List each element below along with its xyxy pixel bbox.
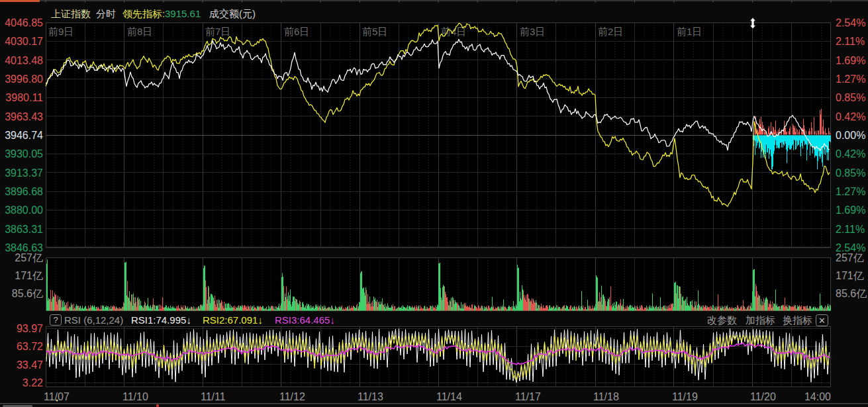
svg-text:前5日: 前5日 [362, 26, 387, 37]
svg-text:11/13: 11/13 [358, 391, 383, 402]
svg-text:63.72: 63.72 [17, 341, 43, 352]
svg-text:2.11%: 2.11% [836, 36, 865, 47]
svg-text:257亿: 257亿 [15, 252, 43, 263]
svg-text:11/19: 11/19 [672, 391, 698, 402]
svg-text:分时: 分时 [96, 8, 116, 19]
svg-text:3913.37: 3913.37 [5, 167, 43, 179]
svg-text:3880.00: 3880.00 [5, 204, 43, 216]
svg-text:成交额(元): 成交额(元) [209, 8, 256, 19]
svg-text:前7日: 前7日 [205, 26, 230, 37]
svg-text:0.42%: 0.42% [836, 148, 865, 159]
svg-text:0.85%: 0.85% [836, 167, 865, 179]
svg-text:改参数: 改参数 [707, 314, 737, 326]
svg-text:3863.31: 3863.31 [5, 224, 43, 235]
svg-text:11/20: 11/20 [750, 391, 776, 402]
svg-text:3.22: 3.22 [23, 377, 43, 388]
svg-text:RSI3:64.465↓: RSI3:64.465↓ [275, 314, 335, 326]
svg-text:11/11: 11/11 [201, 391, 226, 402]
svg-text:加指标: 加指标 [746, 314, 775, 326]
svg-text:4046.85: 4046.85 [5, 17, 43, 28]
svg-text:85.6亿: 85.6亿 [12, 288, 43, 299]
svg-text:0.00%: 0.00% [836, 130, 865, 141]
svg-text:1.69%: 1.69% [836, 55, 865, 66]
svg-text:1.69%: 1.69% [836, 204, 865, 216]
svg-text:11/12: 11/12 [279, 391, 305, 402]
svg-text:3996.80: 3996.80 [5, 73, 43, 85]
svg-text:2.11%: 2.11% [836, 224, 865, 235]
svg-text:11/10: 11/10 [122, 391, 148, 402]
svg-text:171亿: 171亿 [836, 270, 864, 281]
svg-text:0.85%: 0.85% [836, 92, 865, 103]
svg-text:14:00: 14:00 [804, 391, 831, 402]
svg-text:前6日: 前6日 [284, 26, 309, 37]
svg-text:11/14: 11/14 [436, 391, 462, 402]
svg-text:257亿: 257亿 [836, 252, 864, 263]
svg-text:3930.05: 3930.05 [5, 148, 43, 159]
svg-text:1.27%: 1.27% [836, 186, 865, 197]
svg-text:换指标: 换指标 [783, 314, 812, 326]
svg-text:前8日: 前8日 [127, 26, 152, 37]
svg-text:RSI (6,12,24): RSI (6,12,24) [64, 314, 123, 326]
svg-text:前9日: 前9日 [48, 26, 73, 37]
svg-text:85.6亿: 85.6亿 [836, 288, 867, 299]
svg-text:前1日: 前1日 [677, 26, 702, 37]
svg-text:3896.68: 3896.68 [5, 186, 43, 197]
svg-text:前3日: 前3日 [520, 26, 545, 37]
svg-text:33.47: 33.47 [17, 359, 43, 371]
svg-text:3915.61: 3915.61 [165, 8, 201, 19]
svg-text:171亿: 171亿 [15, 270, 43, 281]
svg-text:上证指数: 上证指数 [51, 8, 91, 19]
svg-text:4030.17: 4030.17 [5, 36, 43, 47]
svg-text:1.27%: 1.27% [836, 73, 865, 85]
svg-text:4013.48: 4013.48 [5, 55, 43, 66]
svg-text:✕: ✕ [818, 316, 826, 326]
svg-text:0.42%: 0.42% [836, 111, 865, 122]
svg-text:3946.74: 3946.74 [5, 130, 43, 141]
svg-text:前2日: 前2日 [598, 26, 623, 37]
svg-text:11/18: 11/18 [593, 391, 619, 402]
svg-text:3963.43: 3963.43 [5, 111, 43, 122]
svg-text:3980.11: 3980.11 [5, 92, 43, 103]
svg-text:领先指标:: 领先指标: [122, 8, 165, 19]
svg-text:2.54%: 2.54% [836, 17, 865, 28]
svg-text:?: ? [53, 315, 58, 325]
svg-text:RSI2:67.091↓: RSI2:67.091↓ [203, 314, 263, 326]
svg-text:11/17: 11/17 [515, 391, 541, 402]
svg-text:RSI1:74.995↓: RSI1:74.995↓ [131, 314, 191, 326]
svg-text:93.97: 93.97 [17, 323, 43, 334]
